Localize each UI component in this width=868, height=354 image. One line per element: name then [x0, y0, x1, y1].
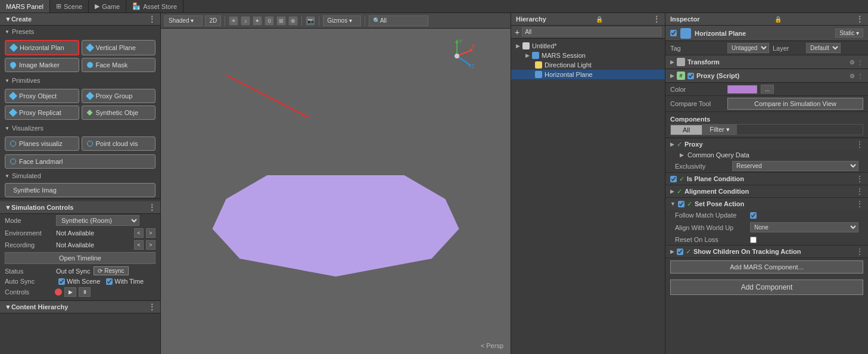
proxy-object-label: Proxy Object — [19, 92, 57, 100]
sim-controls-menu[interactable]: ⋮ — [148, 203, 155, 212]
tab-asset-store[interactable]: 🏪 Asset Store — [126, 0, 183, 13]
common-query-row[interactable]: ▶ Common Query Data — [665, 150, 868, 160]
content-hierarchy-header: ▼ Content Hierarchy ⋮ — [0, 301, 160, 313]
circle-icon-2 — [87, 141, 93, 147]
with-scene-checkbox[interactable] — [58, 278, 65, 285]
primitives-grid: Proxy Object Proxy Group Proxy Replicat … — [0, 86, 160, 122]
plane-cond-checkbox[interactable] — [670, 176, 677, 182]
static-dropdown[interactable]: Static ▾ — [835, 29, 863, 38]
proxy-replicate-btn[interactable]: Proxy Replicat — [5, 105, 79, 120]
visualizers-header[interactable]: ▼ Visualizers — [0, 122, 160, 134]
obj-active-checkbox[interactable] — [670, 30, 677, 36]
image-marker-btn[interactable]: Image Marker — [5, 58, 79, 72]
face-mask-btn[interactable]: Face Mask — [82, 58, 156, 72]
with-time-checkbox-label[interactable]: With Time — [106, 278, 144, 285]
audio-icon[interactable]: ♪ — [241, 16, 250, 26]
mode-select[interactable]: Synthetic (Room) — [56, 215, 139, 226]
layer-icon[interactable]: 0 — [265, 16, 274, 26]
add-hierarchy-btn[interactable]: + — [515, 27, 519, 37]
color-label: Color — [670, 86, 724, 93]
show-children-menu[interactable]: ⋮ — [856, 247, 863, 256]
create-menu[interactable]: ⋮ — [148, 15, 155, 23]
add-component-btn[interactable]: Add Component — [670, 280, 863, 295]
point-cloud-label: Point cloud vis — [96, 140, 138, 147]
follow-match-checkbox[interactable] — [750, 212, 757, 219]
open-timeline-btn[interactable]: Open Timeline — [5, 252, 155, 264]
search-field[interactable]: 🔍 All — [369, 15, 428, 26]
transform-settings[interactable]: ⚙ — [850, 59, 855, 66]
tag-select[interactable]: Untagged — [727, 43, 769, 53]
rec-next-btn[interactable]: > — [146, 240, 155, 250]
comp-filter-btn[interactable]: Filter ▾ — [702, 125, 737, 135]
2d-btn[interactable]: 2D — [205, 15, 221, 26]
tree-item-dir-light[interactable]: Directional Light — [511, 60, 665, 70]
pose-action-menu[interactable]: ⋮ — [856, 200, 863, 208]
gizmos-dropdown[interactable]: Gizmos ▾ — [323, 15, 361, 26]
scene-viewport[interactable]: Y X Z — [161, 29, 511, 354]
face-landmark-btn[interactable]: Face Landmarl — [5, 154, 155, 169]
color-picker-btn[interactable]: ... — [761, 85, 774, 94]
primitives-header[interactable]: ▼ Primitives — [0, 74, 160, 86]
pause-btn[interactable]: ⏸ — [79, 287, 91, 297]
point-cloud-btn[interactable]: Point cloud vis — [82, 136, 156, 151]
tree-item-untitled[interactable]: ▶ Untitled* — [511, 41, 665, 51]
grid-icon[interactable]: ⊞ — [276, 16, 286, 26]
rec-prev-btn[interactable]: < — [134, 240, 144, 250]
add-mars-btn[interactable]: Add MARS Component... — [670, 260, 863, 274]
simulated-header[interactable]: ▼ Simulated — [0, 170, 160, 182]
tree-item-horizontal-plane[interactable]: Horizontal Plane — [511, 70, 665, 79]
hierarchy-menu[interactable]: ⋮ — [653, 15, 660, 23]
shaded-dropdown[interactable]: Shaded ▾ — [164, 15, 203, 26]
primitives-triangle: ▼ — [5, 78, 10, 83]
synthetic-obj-btn[interactable]: Synthetic Obje — [82, 105, 156, 120]
obj-name: Horizontal Plane — [695, 30, 832, 37]
camera-icon[interactable]: 📷 — [306, 16, 315, 26]
environment-row: Environment Not Available < > — [0, 227, 160, 239]
with-time-checkbox[interactable] — [106, 278, 113, 285]
fx-icon[interactable]: ✦ — [253, 16, 262, 26]
synthetic-img-btn[interactable]: Synthetic Imag — [5, 183, 155, 197]
planes-viz-btn[interactable]: Planes visualiz — [5, 136, 79, 151]
tab-game[interactable]: ▶ Game — [89, 0, 126, 13]
resync-btn[interactable]: ⟳ Resync — [94, 266, 128, 275]
play-btn[interactable]: ▶ — [64, 287, 76, 297]
env-next-btn[interactable]: > — [146, 228, 155, 238]
transform-menu[interactable]: ⋮ — [857, 59, 863, 66]
gizmo-widget[interactable]: Y X Z — [439, 38, 475, 74]
light-icon[interactable]: ☀ — [229, 16, 238, 26]
vertical-plane-btn[interactable]: Vertical Plane — [82, 40, 156, 55]
horizontal-plane-btn[interactable]: Horizontal Plan — [5, 40, 79, 55]
proxy-replicate-label: Proxy Replicat — [19, 109, 61, 116]
with-scene-checkbox-label[interactable]: With Scene — [58, 278, 100, 285]
align-cond-menu[interactable]: ⋮ — [856, 187, 863, 195]
proxy-settings[interactable]: ⚙ — [850, 73, 855, 79]
reset-on-loss-checkbox[interactable] — [750, 237, 757, 243]
proxy-active-checkbox[interactable] — [687, 73, 694, 79]
env-prev-btn[interactable]: < — [134, 228, 144, 238]
plane-cond-menu[interactable]: ⋮ — [856, 175, 863, 183]
layer-select[interactable]: Default — [806, 43, 841, 53]
show-children-expand: ▶ — [670, 249, 674, 254]
tab-mars-panel[interactable]: MARS Panel — [0, 0, 50, 13]
hierarchy-search[interactable] — [522, 27, 661, 36]
presets-header[interactable]: ▼ Presets — [0, 26, 160, 38]
proxy-object-btn[interactable]: Proxy Object — [5, 89, 79, 103]
tab-scene[interactable]: ⊞ Scene — [50, 0, 89, 13]
compare-simulation-btn[interactable]: Compare in Simulation View — [727, 98, 863, 110]
svg-text:X: X — [471, 43, 475, 49]
proxy-menu[interactable]: ⋮ — [857, 73, 863, 79]
exclusivity-select[interactable]: Reserved — [732, 161, 858, 171]
2d-label: 2D — [209, 17, 217, 24]
align-world-up-select[interactable]: None — [750, 222, 858, 232]
tree-item-mars-session[interactable]: ▶ MARS Session — [511, 51, 665, 60]
nav-icon[interactable]: ⊕ — [288, 16, 298, 26]
ch-menu[interactable]: ⋮ — [148, 303, 155, 311]
pose-action-checkbox[interactable] — [678, 201, 685, 207]
proxy-comp-menu[interactable]: ⋮ — [856, 140, 863, 148]
inspector-menu[interactable]: ⋮ — [856, 15, 863, 23]
diamond-icon-4 — [85, 92, 94, 100]
proxy-group-btn[interactable]: Proxy Group — [82, 89, 156, 103]
color-swatch[interactable] — [727, 85, 757, 94]
comp-all-btn[interactable]: All — [671, 125, 702, 135]
show-children-checkbox[interactable] — [677, 249, 683, 255]
